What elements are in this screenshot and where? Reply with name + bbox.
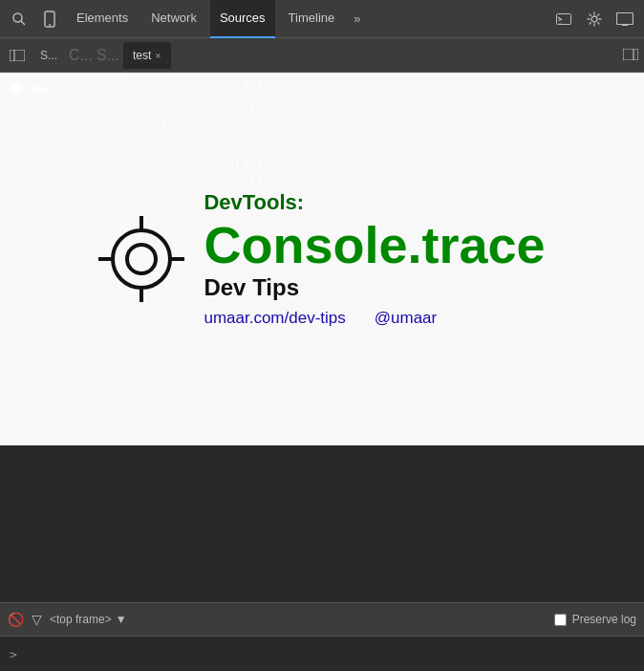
- filter-icon[interactable]: ▽: [32, 612, 42, 627]
- svg-point-8: [591, 16, 597, 22]
- file-tab-test[interactable]: test ×: [123, 42, 171, 69]
- tab-sep-1: C...: [69, 47, 93, 64]
- source-tab-s1[interactable]: S...: [32, 45, 65, 66]
- terminal-icon[interactable]: _: [550, 6, 577, 32]
- preserve-log-label: Preserve log: [572, 613, 636, 626]
- block-icon[interactable]: 🚫: [8, 612, 24, 627]
- svg-line-1: [21, 21, 25, 25]
- console-output: >: [0, 637, 644, 671]
- more-tabs-icon[interactable]: »: [348, 11, 366, 26]
- toolbar-right: _: [550, 6, 638, 32]
- tab-timeline[interactable]: Timeline: [279, 0, 345, 38]
- svg-point-15: [113, 230, 170, 288]
- console-bar: 🚫 ▽ <top frame> ▼ Preserve log: [0, 602, 644, 637]
- overlay-subtitle: Dev Tips: [204, 274, 299, 301]
- settings-icon[interactable]: [581, 6, 608, 32]
- second-toolbar: S... C... S... test ×: [0, 38, 644, 73]
- frame-chevron-icon: ▼: [116, 613, 127, 626]
- svg-point-3: [49, 24, 51, 26]
- sidebar-toggle-icon[interactable]: [6, 44, 29, 67]
- svg-rect-9: [617, 12, 633, 24]
- tab-sep-2: S...: [97, 47, 119, 64]
- preserve-log-checkbox[interactable]: [554, 614, 567, 626]
- overlay-link-website[interactable]: umaar.com/dev-tips: [204, 309, 345, 328]
- console-prompt-symbol: >: [10, 647, 17, 661]
- tab-sources[interactable]: Sources: [210, 0, 275, 38]
- overlay-text-block: DevTools: Console.trace Dev Tips umaar.c…: [204, 190, 545, 328]
- overlay-links: umaar.com/dev-tips @umaar: [204, 309, 437, 328]
- mobile-icon[interactable]: [36, 6, 63, 32]
- frame-label: <top frame>: [50, 613, 112, 626]
- screen-icon[interactable]: [612, 6, 638, 32]
- svg-rect-11: [10, 50, 25, 61]
- preserve-log-control: Preserve log: [554, 613, 636, 626]
- frame-selector[interactable]: <top frame> ▼: [50, 613, 127, 626]
- tab-elements[interactable]: Elements: [67, 0, 138, 38]
- svg-point-0: [13, 13, 22, 22]
- svg-rect-13: [623, 49, 638, 60]
- crosshair-icon: [98, 216, 184, 302]
- collapse-icon[interactable]: [623, 47, 638, 64]
- search-icon[interactable]: [6, 6, 32, 32]
- tab-network[interactable]: Network: [141, 0, 206, 38]
- overlay-link-twitter[interactable]: @umaar: [375, 309, 437, 328]
- svg-point-16: [127, 245, 156, 273]
- close-tab-icon[interactable]: ×: [155, 50, 161, 61]
- overlay-card: DevTools: Console.trace Dev Tips umaar.c…: [0, 73, 644, 445]
- overlay-title: Console.trace: [204, 219, 545, 271]
- overlay-devtools-label: DevTools:: [204, 190, 304, 215]
- top-toolbar: Elements Network Sources Timeline » _: [0, 0, 644, 38]
